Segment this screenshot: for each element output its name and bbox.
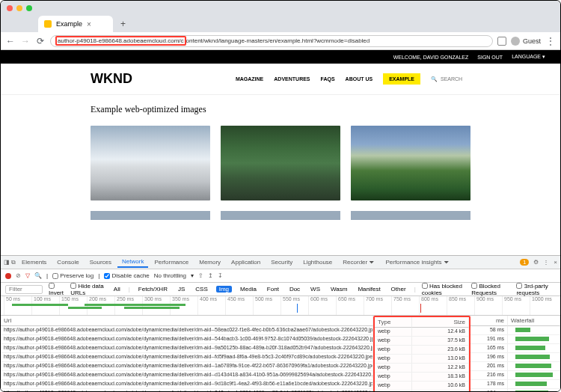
record-button[interactable]: [5, 273, 11, 279]
table-cell[interactable]: https://author-p49018-e986648.adobeaemcl…: [1, 353, 373, 362]
tab-application[interactable]: Application: [227, 257, 265, 267]
tab-elements[interactable]: Elements: [17, 257, 51, 267]
url-bar[interactable]: author-p49018-e986648.adobeaemcloud.com/…: [50, 35, 493, 47]
hide-data-urls-checkbox[interactable]: Hide data URLs: [70, 283, 105, 296]
clear-button[interactable]: ⊘: [16, 272, 21, 279]
table-cell[interactable]: 165 ms: [470, 344, 508, 353]
search-group[interactable]: 🔍: [431, 76, 470, 82]
window-close-button[interactable]: [7, 5, 13, 11]
filter-manifest[interactable]: Manifest: [355, 286, 382, 293]
signout-link[interactable]: SIGN OUT: [477, 55, 503, 60]
table-cell[interactable]: https://author-p49018-e986648.adobeaemcl…: [1, 344, 373, 353]
browser-menu-button[interactable]: ⋮: [545, 36, 556, 46]
tab-network[interactable]: Network: [117, 257, 148, 268]
throttling-chevron-icon[interactable]: ▾: [191, 272, 194, 279]
tab-sources[interactable]: Sources: [85, 257, 116, 267]
table-cell[interactable]: https://author-p49018-e986648.adobeaemcl…: [1, 389, 373, 392]
filter-css[interactable]: CSS: [193, 286, 209, 293]
table-cell[interactable]: webp: [375, 382, 412, 391]
table-cell[interactable]: [508, 335, 560, 344]
table-cell[interactable]: 201 ms: [470, 362, 508, 371]
filter-fetch[interactable]: Fetch/XHR: [136, 286, 170, 293]
throttling-dropdown[interactable]: No throttling: [154, 272, 186, 279]
table-cell[interactable]: https://author-p49018-e986648.adobeaemcl…: [1, 380, 373, 389]
table-cell[interactable]: webp: [375, 355, 412, 364]
nav-magazine[interactable]: MAGAZINE: [236, 76, 263, 82]
col-time-header[interactable]: me: [470, 316, 508, 326]
table-cell[interactable]: 12.4 kB: [412, 328, 469, 337]
col-waterfall-header[interactable]: Waterfall: [508, 316, 560, 326]
col-url-header[interactable]: Url: [1, 316, 373, 326]
table-cell[interactable]: 18.3 kB: [412, 373, 469, 382]
col-type-header[interactable]: Type: [375, 317, 412, 328]
tab-performance-insights[interactable]: Performance insights ⏷: [381, 257, 453, 267]
forward-button[interactable]: →: [20, 36, 31, 46]
table-cell[interactable]: 191 ms: [470, 335, 508, 344]
filter-doc[interactable]: Doc: [287, 286, 302, 293]
table-cell[interactable]: 37.5 kB: [412, 337, 469, 346]
table-cell[interactable]: [508, 389, 560, 392]
tab-console[interactable]: Console: [52, 257, 83, 267]
filter-wasm[interactable]: Wasm: [328, 286, 349, 293]
col-size-header[interactable]: Size: [412, 317, 469, 328]
filter-font[interactable]: Font: [265, 286, 281, 293]
tab-recorder[interactable]: Recorder ⏷: [338, 257, 379, 267]
third-party-checkbox[interactable]: 3rd-party requests: [516, 283, 556, 296]
filter-ws[interactable]: WS: [308, 286, 322, 293]
table-cell[interactable]: 23.6 kB: [412, 346, 469, 355]
table-cell[interactable]: https://author-p49018-e986648.adobeaemcl…: [1, 335, 373, 344]
table-cell[interactable]: webp: [375, 373, 412, 382]
table-cell[interactable]: webp: [375, 364, 412, 373]
table-cell[interactable]: 10.6 kB: [412, 382, 469, 391]
blocked-cookies-checkbox[interactable]: Has blocked cookies: [422, 283, 465, 296]
filter-toggle-icon[interactable]: ▽: [25, 272, 30, 279]
close-devtools-icon[interactable]: ×: [554, 259, 557, 266]
table-cell[interactable]: webp: [375, 337, 412, 346]
window-maximize-button[interactable]: [26, 5, 32, 11]
table-cell[interactable]: 58 ms: [470, 326, 508, 335]
table-cell[interactable]: webp: [375, 346, 412, 355]
invert-checkbox[interactable]: Invert: [49, 283, 64, 296]
table-cell[interactable]: webp: [375, 328, 412, 337]
warnings-badge[interactable]: 1: [520, 259, 529, 266]
table-cell[interactable]: 13.0 kB: [412, 355, 469, 364]
nav-about[interactable]: ABOUT US: [346, 76, 373, 82]
table-cell[interactable]: 12.2 kB: [412, 364, 469, 373]
wifi-icon[interactable]: ⇪: [198, 272, 203, 279]
more-icon[interactable]: ⋮: [543, 259, 549, 266]
preserve-log-checkbox[interactable]: Preserve log: [52, 272, 94, 279]
browser-tab[interactable]: Example ×: [38, 16, 113, 32]
filter-input[interactable]: [5, 285, 43, 294]
blocked-requests-checkbox[interactable]: Blocked Requests: [471, 283, 510, 296]
filter-media[interactable]: Media: [238, 286, 259, 293]
table-cell[interactable]: https://author-p49018-e986648.adobeaemcl…: [1, 362, 373, 371]
network-timeline[interactable]: 50 ms100 ms150 ms200 ms250 ms300 ms350 m…: [1, 296, 560, 316]
table-cell[interactable]: https://author-p49018-e986648.adobeaemcl…: [1, 371, 373, 380]
table-cell[interactable]: [508, 362, 560, 371]
tab-performance[interactable]: Performance: [150, 257, 193, 267]
reload-button[interactable]: ⟳: [35, 36, 46, 46]
extensions-icon[interactable]: [497, 37, 506, 46]
table-cell[interactable]: 184 ms: [470, 389, 508, 392]
table-cell[interactable]: 216 ms: [470, 371, 508, 380]
table-cell[interactable]: [508, 371, 560, 380]
tab-lighthouse[interactable]: Lighthouse: [298, 257, 337, 267]
table-cell[interactable]: [508, 326, 560, 335]
table-cell[interactable]: 196 ms: [470, 353, 508, 362]
site-logo[interactable]: WKND: [91, 71, 132, 87]
filter-all[interactable]: All: [111, 286, 123, 293]
settings-icon[interactable]: ⚙: [533, 259, 539, 266]
table-cell[interactable]: [508, 380, 560, 389]
tab-close-button[interactable]: ×: [87, 20, 91, 28]
window-minimize-button[interactable]: [16, 5, 22, 11]
table-cell[interactable]: [508, 344, 560, 353]
disable-cache-checkbox[interactable]: Disable cache: [104, 272, 149, 279]
device-icon[interactable]: ⧉: [11, 259, 16, 266]
tab-memory[interactable]: Memory: [194, 257, 225, 267]
table-cell[interactable]: https://author-p49018-e986648.adobeaemcl…: [1, 326, 373, 335]
nav-adventures[interactable]: ADVENTURES: [274, 76, 310, 82]
filter-other[interactable]: Other: [389, 286, 408, 293]
table-cell[interactable]: [508, 353, 560, 362]
back-button[interactable]: ←: [5, 36, 16, 46]
inspect-icon[interactable]: ◨: [4, 259, 10, 266]
